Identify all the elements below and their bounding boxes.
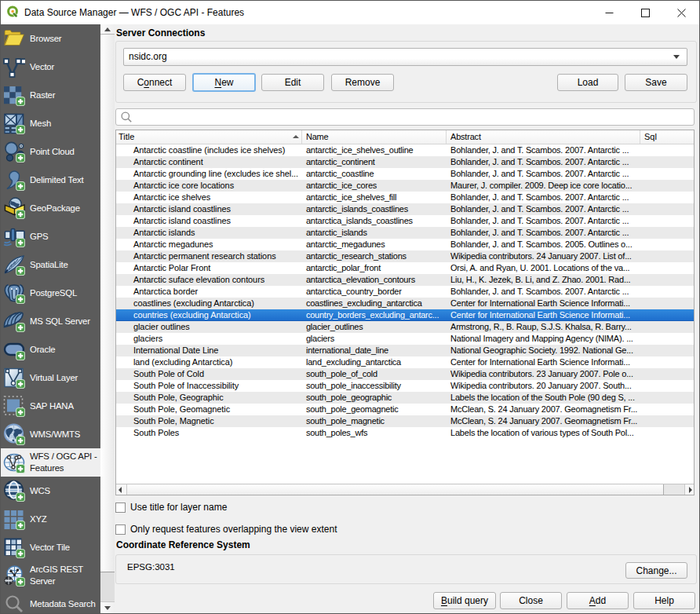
sidebar-item-geopackage[interactable]: GeoPackage <box>1 194 100 222</box>
cell-title: Antarctic Polar Front <box>116 262 302 274</box>
sidebar-item-postgresql[interactable]: PostgreSQL <box>1 279 100 307</box>
column-header-name[interactable]: Name <box>302 130 447 144</box>
edit-button[interactable]: Edit <box>261 74 324 91</box>
table-row[interactable]: South Pole, Magneticsouth_pole_magneticM… <box>116 415 694 427</box>
button-label-span: Load <box>578 77 599 88</box>
connection-select[interactable]: nsidc.org <box>123 48 687 66</box>
table-row[interactable]: Antarctic permanent research stationsant… <box>116 250 694 262</box>
save-button[interactable]: Save <box>625 74 687 91</box>
sidebar-scroll-down-button[interactable] <box>100 601 115 613</box>
filter-search-input[interactable] <box>115 108 695 126</box>
wcs-icon <box>3 480 25 502</box>
cell-name: south_pole_inaccessibility <box>302 380 447 392</box>
cell-title: South Pole, Geomagnetic <box>116 404 302 415</box>
table-row[interactable]: South Pole, Geographicsouth_pole_geograp… <box>116 392 694 404</box>
cell-abstract: Liu, H., K. Jezek, B. Li, and Z. Zhao. 2… <box>447 274 640 286</box>
sidebar-scroll-up-button[interactable] <box>100 24 115 35</box>
sidebar-scrollbar-thumb[interactable] <box>100 35 115 572</box>
table-row[interactable]: Antarctic island coastlinesantarctica_is… <box>116 215 694 227</box>
sidebar-item-delimited-text[interactable]: Delimited Text <box>1 166 100 194</box>
crs-change-button[interactable]: Change... <box>625 562 687 579</box>
column-header-abstract[interactable]: Abstract <box>447 130 640 144</box>
table-row[interactable]: Antarctic grounding line (excludes ice s… <box>116 168 694 180</box>
sidebar-item-wcs[interactable]: WCS <box>1 477 100 505</box>
table-row[interactable]: South Pole of Inaccessibilitysouth_pole_… <box>116 380 694 392</box>
qgis-logo-svg <box>6 5 20 19</box>
button-label: Connect <box>137 77 173 88</box>
cell-sql <box>640 250 694 262</box>
cell-sql <box>640 404 694 415</box>
table-row[interactable]: land (excluding Antarctica)land_excludin… <box>116 356 694 368</box>
load-button[interactable]: Load <box>557 74 618 91</box>
new-button[interactable]: New <box>192 73 256 92</box>
table-scroll-left-button[interactable] <box>116 484 127 495</box>
sidebar-item-ms-sql-server[interactable]: MS SQL Server <box>1 307 100 335</box>
sidebar-item-xyz[interactable]: XYZ <box>1 505 100 533</box>
sidebar-item-wms-wmts[interactable]: WMS/WMTS <box>1 420 100 448</box>
add-button[interactable]: Add <box>567 592 629 609</box>
table-row[interactable]: coastlines (excluding Antarctica)coastli… <box>116 298 694 309</box>
table-row[interactable]: Antarctic suface elevation contoursantar… <box>116 274 694 286</box>
cell-sql <box>640 392 694 404</box>
table-row[interactable]: Antarctic island coastlinesantarctic_isl… <box>116 203 694 215</box>
table-row[interactable]: Antarctica borderantarctica_country_bord… <box>116 286 694 298</box>
sidebar-item-browser[interactable]: Browser <box>1 24 100 53</box>
only-request-features-checkbox[interactable] <box>115 524 126 535</box>
table-scrollbar-thumb[interactable] <box>127 484 664 495</box>
wfs-icon <box>3 451 25 473</box>
table-row[interactable]: Antarctic Polar Frontantarctic_polar_fro… <box>116 262 694 274</box>
table-row[interactable]: South Pole of Coldsouth_pole_of_coldWiki… <box>116 368 694 380</box>
table-row[interactable]: Antarctic islandsantarctic_islandsBohlan… <box>116 227 694 239</box>
sidebar-scrollbar[interactable] <box>100 24 115 613</box>
maximize-button[interactable] <box>627 1 663 24</box>
sidebar-item-wfs-ogc-api-features[interactable]: WFS / OGC API - Features <box>1 448 100 477</box>
sidebar-item-point-cloud[interactable]: Point Cloud <box>1 137 100 166</box>
cell-title: Antarctica border <box>116 286 302 298</box>
sidebar-item-gps[interactable]: GPS <box>1 222 100 250</box>
remove-button[interactable]: Remove <box>331 74 394 91</box>
sidebar-scrollbar-track[interactable] <box>100 572 115 601</box>
sidebar-item-oracle[interactable]: Oracle <box>1 335 100 364</box>
table-row[interactable]: glacier outlinesglacier_outlinesArmstron… <box>116 321 694 333</box>
xyz-icon-svg <box>3 508 25 530</box>
column-header-abstract-span: Abstract <box>450 132 481 141</box>
column-header-sql[interactable]: Sql <box>640 130 694 144</box>
cell-name: land_excluding_antarctica <box>302 356 447 368</box>
sidebar-item-arcgis-rest-server[interactable]: ArcGIS REST Server <box>1 561 100 590</box>
sidebar-item-virtual-layer[interactable]: Virtual Layer <box>1 364 100 392</box>
use-title-checkbox[interactable] <box>115 503 126 513</box>
sidebar-item-vector[interactable]: Vector <box>1 53 100 81</box>
wfs-icon-svg <box>3 451 25 473</box>
table-row[interactable]: Antarctic ice shelvesantarctic_ice_shelv… <box>116 192 694 203</box>
close-button[interactable] <box>663 1 699 24</box>
build-query-button[interactable]: Build query <box>433 592 496 609</box>
connect-button[interactable]: Connect <box>123 74 186 91</box>
table-row[interactable]: countries (excluding Antarctica)country_… <box>116 309 694 321</box>
gps-icon-svg <box>3 225 25 247</box>
table-scroll-right-button[interactable] <box>684 484 694 495</box>
help-button[interactable]: Help <box>633 592 695 609</box>
close-icon <box>677 9 686 17</box>
sidebar-item-metadata-search[interactable]: Metadata Search <box>1 590 100 613</box>
sidebar-item-raster[interactable]: Raster <box>1 81 100 109</box>
column-header-title[interactable]: Title <box>116 130 302 144</box>
table-row[interactable]: South Pole, Geomagneticsouth_pole_geomag… <box>116 404 694 415</box>
sidebar-item-sap-hana[interactable]: SAP HANA <box>1 392 100 420</box>
minimize-button[interactable] <box>591 1 627 24</box>
sidebar-item-vector-tile[interactable]: Vector Tile <box>1 533 100 561</box>
table-row[interactable]: Antarctic coastline (includes ice shelve… <box>116 144 694 156</box>
sidebar-item-spatialite[interactable]: SpatiaLite <box>1 250 100 279</box>
table-row[interactable]: International Date Lineinternational_dat… <box>116 345 694 356</box>
close-dialog-button[interactable]: Close <box>500 592 562 609</box>
button-label-span: ew <box>221 77 233 88</box>
minimize-icon <box>605 9 614 17</box>
table-row[interactable]: Antarctic megadunesantarctic_megadunesBo… <box>116 239 694 250</box>
table-row[interactable]: Antarctic ice core locationsantarctic_ic… <box>116 180 694 192</box>
geopackage-icon-svg <box>3 197 25 219</box>
sidebar-item-mesh[interactable]: Mesh <box>1 109 100 137</box>
table-row[interactable]: South Polessouth_poles_wfsLabels the loc… <box>116 427 694 439</box>
table-horizontal-scrollbar[interactable] <box>116 484 694 495</box>
table-row[interactable]: Antarctic continentantarctic_continentBo… <box>116 156 694 168</box>
table-row[interactable]: glaciersglaciersNational Imagery and Map… <box>116 333 694 345</box>
delimited-text-icon <box>3 169 25 191</box>
